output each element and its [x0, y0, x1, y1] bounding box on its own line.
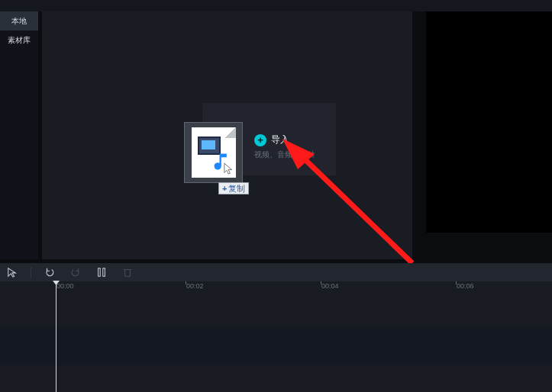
time-ruler[interactable]: 00:00 00:02 00:04 00:06: [0, 281, 552, 292]
plus-circle-icon: +: [254, 134, 266, 146]
svg-rect-3: [103, 268, 105, 277]
svg-rect-4: [125, 270, 131, 277]
sidebar-item-label: 素材库: [8, 35, 31, 46]
timeline-toolbar: [0, 263, 552, 281]
app-root: 本地 素材库 + 导入 视频、音频、图片: [0, 0, 552, 392]
media-panel[interactable]: + 导入 视频、音频、图片 + 复制: [42, 11, 412, 259]
preview-panel: [420, 11, 552, 259]
sidebar: 本地 素材库: [0, 11, 38, 259]
drag-copy-badge: + 复制: [218, 182, 249, 194]
time-label: 00:06: [457, 282, 474, 290]
time-label: 00:04: [321, 282, 339, 290]
import-subtext: 视频、音频、图片: [254, 149, 315, 160]
timeline[interactable]: 00:00 00:02 00:04 00:06: [0, 281, 552, 392]
sidebar-item-library[interactable]: 素材库: [0, 31, 38, 50]
selection-tool-icon[interactable]: [5, 265, 20, 279]
svg-rect-2: [98, 268, 101, 277]
sidebar-item-label: 本地: [11, 16, 27, 27]
video-track[interactable]: [0, 327, 552, 365]
preview-viewport[interactable]: [426, 11, 552, 233]
import-content: + 导入 视频、音频、图片: [254, 133, 315, 160]
time-label: 00:02: [186, 282, 204, 290]
drag-badge-label: 复制: [228, 183, 245, 194]
undo-icon[interactable]: [42, 265, 57, 279]
cursor-arrow-icon: [224, 162, 234, 176]
import-label: 导入: [271, 133, 289, 146]
split-tool-icon[interactable]: [94, 265, 109, 279]
toolbar-separator: [31, 267, 31, 278]
sidebar-item-local[interactable]: 本地: [0, 11, 38, 31]
import-button[interactable]: + 导入: [254, 133, 315, 146]
plus-icon: +: [222, 183, 227, 194]
playhead[interactable]: [56, 281, 56, 392]
delete-tool-icon[interactable]: [120, 265, 135, 279]
time-label: 00:00: [56, 282, 74, 290]
menu-bar: [0, 0, 552, 11]
redo-icon[interactable]: [68, 265, 83, 279]
